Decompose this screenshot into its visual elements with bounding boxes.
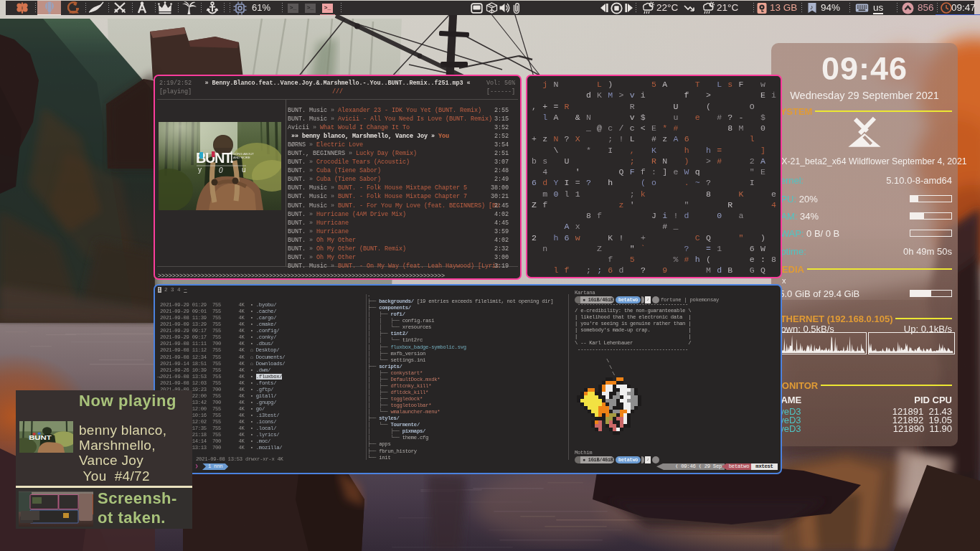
- svg-text:u: u: [242, 166, 246, 174]
- svg-text:BUNT: BUNT: [29, 434, 52, 441]
- svg-text:♪: ♪: [810, 4, 814, 11]
- svg-text:0: 0: [219, 166, 223, 174]
- svg-text:AND MORE: AND MORE: [233, 156, 250, 159]
- svg-text:y: y: [198, 166, 202, 174]
